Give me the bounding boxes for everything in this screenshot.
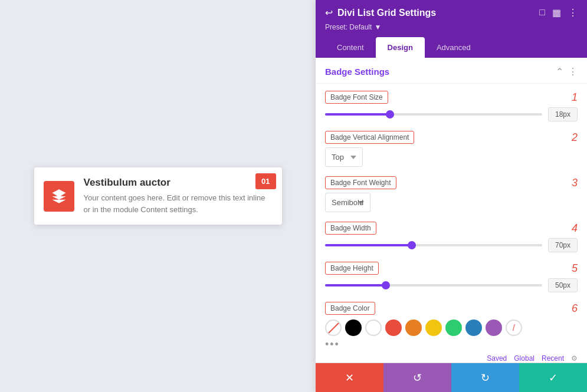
height-slider-fill (325, 284, 386, 286)
cancel-button[interactable]: ✕ (316, 363, 383, 392)
height-slider-track[interactable] (325, 284, 542, 286)
color-swatch-purple[interactable] (486, 319, 502, 336)
setting-row-vertical-alignment: Badge Vertical Alignment 2 Top Middle Bo… (325, 131, 578, 167)
more-icon[interactable]: ⋮ (568, 7, 578, 18)
font-size-value: 18px (548, 107, 578, 121)
color-footer-saved[interactable]: Saved (487, 354, 507, 363)
width-slider-thumb[interactable] (408, 241, 416, 249)
badge-font-size-label: Badge Font Size (325, 91, 388, 104)
font-size-slider-fill (325, 113, 390, 116)
preset-dropdown-icon[interactable]: ▼ (374, 23, 381, 31)
section-header: Badge Settings ⌃ ⋮ (316, 58, 587, 84)
badge-font-weight-label: Badge Font Weight (325, 176, 396, 189)
color-swatch-white[interactable] (365, 319, 382, 336)
color-swatch-orange[interactable] (405, 319, 422, 336)
card-title: Vestibulum auctor (84, 177, 273, 189)
badge-font-weight-number: 3 (572, 177, 578, 189)
width-slider-fill (325, 244, 412, 246)
height-slider-thumb[interactable] (382, 281, 390, 289)
save-button[interactable]: ✓ (519, 363, 587, 392)
redo-button[interactable]: ↻ (451, 363, 519, 392)
section-icons: ⌃ ⋮ (556, 66, 578, 77)
badge-width-label: Badge Width (325, 222, 376, 235)
badge-color-number: 6 (572, 302, 578, 315)
tabs-row: Content Design Advanced (325, 37, 578, 58)
badge-height-number: 5 (572, 262, 578, 275)
settings-content: Badge Font Size 1 18px Badge Vertical Al… (316, 84, 587, 363)
width-slider-track[interactable] (325, 244, 542, 246)
font-size-slider-thumb[interactable] (386, 110, 394, 118)
panel-title-icons: □ ▦ ⋮ (539, 7, 578, 18)
setting-row-height: Badge Height 5 50px (325, 262, 578, 292)
badge-height-label: Badge Height (325, 262, 379, 275)
card-content-area: Vestibulum auctor Your content goes here… (84, 177, 273, 215)
label-row-font-size: Badge Font Size 1 (325, 91, 578, 104)
panel-title-left: ↩ Divi List Grid Settings (325, 7, 436, 18)
label-row-vertical-alignment: Badge Vertical Alignment 2 (325, 131, 578, 144)
badge-vertical-alignment-number: 2 (572, 131, 578, 144)
badge-vertical-alignment-select[interactable]: Top Middle Bottom (325, 147, 363, 167)
setting-row-font-weight: Badge Font Weight 3 Normal Bold Semibold… (325, 176, 578, 212)
divi-icon (51, 188, 67, 205)
label-row-height: Badge Height 5 (325, 262, 578, 275)
panel-title: Divi List Grid Settings (337, 8, 436, 18)
color-swatch-blue[interactable] (465, 319, 482, 336)
color-footer-gear-icon[interactable]: ⚙ (571, 354, 578, 363)
eraser-icon: / (513, 323, 515, 332)
preview-area: 01 Vestibulum auctor Your content goes h… (0, 0, 316, 392)
font-size-slider-row: 18px (325, 107, 578, 121)
color-footer-recent[interactable]: Recent (542, 354, 564, 363)
preview-card: 01 Vestibulum auctor Your content goes h… (34, 167, 282, 225)
setting-row-color: Badge Color 6 / ••• (325, 302, 578, 363)
card-description: Your content goes here. Edit or remove t… (84, 192, 273, 215)
badge-width-number: 4 (572, 222, 578, 235)
setting-row-font-size: Badge Font Size 1 18px (325, 91, 578, 121)
undo-button[interactable]: ↺ (383, 363, 451, 392)
preset-row: Preset: Default ▼ (325, 23, 578, 31)
panel-header: ↩ Divi List Grid Settings □ ▦ ⋮ Preset: … (316, 0, 587, 58)
badge-vertical-alignment-label: Badge Vertical Alignment (325, 131, 414, 144)
font-size-slider-track[interactable] (325, 113, 542, 116)
color-swatch-black[interactable] (345, 319, 362, 336)
card-badge: 01 (255, 173, 276, 189)
settings-panel: ↩ Divi List Grid Settings □ ▦ ⋮ Preset: … (316, 0, 587, 392)
width-value: 70px (548, 238, 578, 252)
color-swatch-red[interactable] (385, 319, 402, 336)
color-swatches: / (325, 319, 578, 336)
badge-font-weight-select[interactable]: Normal Bold Semibold Light (325, 193, 370, 212)
panel-body: Badge Settings ⌃ ⋮ Badge Font Size 1 18 (316, 58, 587, 363)
badge-font-size-number: 1 (572, 91, 578, 104)
label-row-color: Badge Color 6 (325, 302, 578, 315)
preset-label[interactable]: Preset: Default (325, 23, 372, 31)
section-title: Badge Settings (325, 67, 389, 77)
collapse-icon[interactable]: ⌃ (556, 66, 563, 77)
color-swatch-yellow[interactable] (425, 319, 442, 336)
bottom-bar: ✕ ↺ ↻ ✓ (316, 363, 587, 392)
color-swatch-eraser[interactable]: / (506, 319, 522, 336)
layout-icon[interactable]: ▦ (552, 7, 561, 18)
tab-content[interactable]: Content (325, 37, 376, 58)
color-footer: Saved Global Recent ⚙ (325, 354, 578, 363)
setting-row-width: Badge Width 4 70px (325, 222, 578, 252)
height-value: 50px (548, 278, 578, 292)
fullscreen-icon[interactable]: □ (539, 7, 545, 18)
color-footer-global[interactable]: Global (514, 354, 534, 363)
color-swatch-green[interactable] (445, 319, 462, 336)
height-slider-row: 50px (325, 278, 578, 292)
section-more-icon[interactable]: ⋮ (568, 66, 578, 77)
width-slider-row: 70px (325, 238, 578, 252)
label-row-width: Badge Width 4 (325, 222, 578, 235)
tab-design[interactable]: Design (376, 37, 425, 58)
color-more-dots[interactable]: ••• (325, 338, 578, 351)
color-swatch-transparent[interactable] (325, 319, 342, 336)
label-row-font-weight: Badge Font Weight 3 (325, 176, 578, 189)
badge-color-label: Badge Color (325, 302, 375, 315)
tab-advanced[interactable]: Advanced (425, 37, 483, 58)
panel-title-row: ↩ Divi List Grid Settings □ ▦ ⋮ (325, 7, 578, 18)
card-icon (44, 181, 74, 212)
back-arrow-icon[interactable]: ↩ (325, 7, 333, 18)
